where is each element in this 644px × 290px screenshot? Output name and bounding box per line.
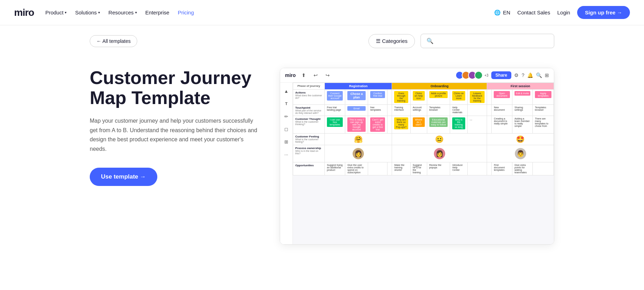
first-session-phase: First session — [487, 83, 554, 90]
onboarding-phase: Onboarding — [392, 83, 487, 90]
table-cell — [387, 162, 392, 175]
undo-icon[interactable]: ↩ — [312, 71, 320, 79]
frame-tool[interactable]: ⊞ — [282, 137, 291, 146]
canvas-toolbar-right: +3 Share ⚙ ? 🔔 🔍 ⊞ — [455, 71, 549, 79]
table-cell: Goes through the training — [392, 90, 410, 105]
sticky-note: Goes through the training — [394, 91, 408, 103]
search-input[interactable] — [437, 38, 548, 44]
journey-table: Phase of journey Registration Onboarding… — [293, 83, 554, 175]
grid-icon[interactable]: ⊞ — [545, 72, 549, 78]
help-icon[interactable]: ? — [522, 72, 524, 78]
upload-icon[interactable]: ⬆ — [300, 71, 308, 79]
table-cell: Free trial landing page — [325, 105, 345, 116]
sticky-note: Why is the training so long — [452, 117, 465, 129]
canvas-logo: miro — [285, 72, 296, 78]
actions-row: Actions What does the customer do? Conne… — [293, 90, 554, 105]
contact-sales-link[interactable]: Contact Sales — [517, 9, 550, 15]
table-cell: Make the training shorter — [392, 162, 410, 175]
table-cell: Templates browser — [427, 105, 450, 116]
canvas-content: ▲ T ✏ ◻ ⊞ ··· Phase of journey Registrat… — [280, 83, 554, 244]
toolbar-actions: ⚙ ? 🔔 🔍 ⊞ — [514, 72, 549, 78]
sticky-note: Clicks on Learn more — [452, 91, 465, 101]
page-title: Customer Journey Map Template — [90, 68, 259, 108]
canvas-side-tools: ▲ T ✏ ◻ ⊞ ··· — [280, 83, 293, 244]
table-cell — [533, 162, 554, 175]
table-cell: Help Center materials — [450, 105, 467, 116]
sticky-note: Can't I get extra credits to get a free … — [370, 117, 385, 132]
table-cell: Can't I get extra credits to get a free … — [368, 116, 387, 134]
ownership-onboarding: 👩 — [392, 145, 487, 162]
use-template-button[interactable]: Use template → — [90, 168, 157, 186]
nav-pricing[interactable]: Pricing — [178, 9, 194, 15]
search-icon: 🔍 — [427, 38, 434, 44]
chevron-down-icon: ▾ — [65, 11, 67, 14]
canvas-toolbar-left: miro ⬆ ↩ ↪ — [285, 71, 332, 79]
table-cell: There are many templates to chose from — [533, 116, 554, 134]
sticky-note: This is easy I can sign up with my Googl… — [347, 117, 366, 132]
table-cell: First document templates — [492, 162, 512, 175]
table-cell — [487, 90, 492, 105]
sticky-note: Leaves feedback for the training — [470, 91, 485, 103]
table-cell: Chose a plan — [345, 90, 368, 105]
ownership-first-session: 👨 — [487, 145, 554, 162]
draw-tool[interactable]: ✏ — [282, 112, 291, 121]
table-cell — [387, 105, 392, 116]
nav-solutions[interactable]: Solutions ▾ — [75, 9, 100, 15]
cursor-tool[interactable]: ▲ — [282, 87, 291, 95]
more-tools[interactable]: ··· — [282, 150, 291, 159]
phase-header-row: Phase of journey Registration Onboarding… — [293, 83, 554, 90]
login-link[interactable]: Login — [557, 9, 570, 15]
sticky-note: Confirm free trial — [370, 91, 385, 98]
process-ownership-row: Process ownership Who is in the lead on … — [293, 145, 554, 162]
language-selector[interactable]: 🌐 EN — [494, 9, 510, 16]
logo[interactable]: miro — [14, 7, 34, 18]
share-button[interactable]: Share — [491, 71, 511, 79]
feeling-registration: 🤗 — [325, 134, 392, 145]
nav-enterprise[interactable]: Enterprise — [145, 9, 169, 15]
sticky-note: Adds a profile picture — [429, 91, 448, 98]
opportunities-header: Opportunities — [293, 162, 325, 175]
sticky-note: Why are there so many Pop-ups? — [394, 117, 408, 129]
signup-button[interactable]: Sign up free → — [577, 6, 630, 19]
page-description: Map your customer journey and help your … — [90, 116, 259, 154]
sticky-note: Edit & invite — [514, 91, 530, 96]
nav-resources[interactable]: Resources ▾ — [108, 9, 137, 15]
table-cell: Where do I start? — [410, 116, 427, 134]
search-icon[interactable]: 🔍 — [536, 72, 542, 78]
customer-feeling-header: Customer Feeling What is the customer fe… — [293, 134, 325, 145]
avatar-more-count: +3 — [484, 73, 488, 77]
text-tool[interactable]: T — [282, 99, 291, 108]
settings-icon[interactable]: ⚙ — [514, 72, 519, 78]
back-to-templates-button[interactable]: ← All templates — [90, 35, 137, 47]
ownership-registration: 👩 — [325, 145, 392, 162]
actions-header: Actions What does the customer do? — [293, 90, 325, 105]
sticky-note: Apply templates — [535, 91, 551, 98]
search-box: 🔍 — [421, 34, 554, 48]
table-cell: Open document — [492, 90, 512, 105]
navbar: miro Product ▾ Solutions ▾ Resources ▾ E… — [0, 0, 644, 25]
table-cell: Training interface — [392, 105, 410, 116]
sticky-note: Open document — [494, 91, 510, 98]
avatar — [474, 71, 483, 79]
table-cell: Give extra points for adding teammates — [512, 162, 533, 175]
table-cell — [487, 105, 492, 116]
journey-map: Phase of journey Registration Onboarding… — [293, 83, 554, 244]
customer-thought-header: Customer Thought What is the customer th… — [293, 116, 325, 134]
categories-button[interactable]: ☰ Categories — [368, 34, 415, 48]
nav-product[interactable]: Product ▾ — [45, 9, 67, 15]
table-cell: Review the popups — [427, 162, 450, 175]
table-cell: Clicks on help icon — [410, 90, 427, 105]
table-cell: Why are there so many Pop-ups? — [392, 116, 410, 134]
table-cell: I can use free templates — [325, 116, 345, 134]
table-cell: Suggest trying an additional product — [325, 162, 345, 175]
bell-icon[interactable]: 🔔 — [527, 72, 533, 78]
chevron-down-icon: ▾ — [98, 11, 100, 14]
table-cell: Leaves feedback for the training — [467, 90, 487, 105]
table-cell: Give the user extra credits to spend on … — [345, 162, 368, 175]
sticky-note: Clicks on help icon — [413, 91, 425, 101]
table-cell: Email — [345, 105, 368, 116]
table-cell: Confirm free trial — [368, 90, 387, 105]
table-cell: Clicks on Learn more — [450, 90, 467, 105]
redo-icon[interactable]: ↪ — [324, 71, 332, 79]
shape-tool[interactable]: ◻ — [282, 125, 291, 133]
